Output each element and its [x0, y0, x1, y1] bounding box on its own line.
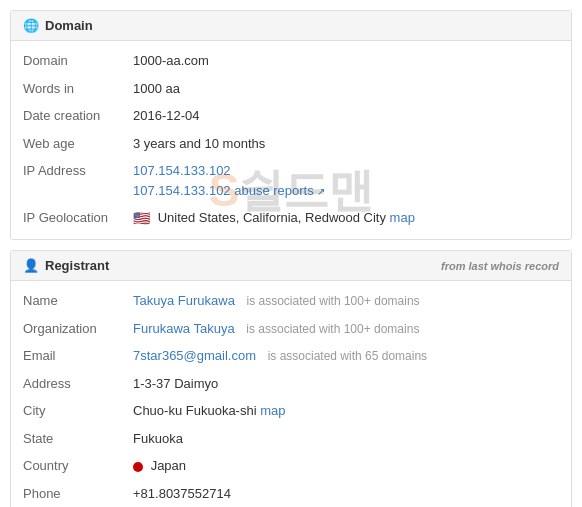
ip-link-2[interactable]: 107.154.133.102: [133, 183, 231, 198]
abuse-link[interactable]: abuse reports: [234, 183, 314, 198]
registrant-note: from last whois record: [441, 260, 559, 272]
age-label: Web age: [23, 134, 133, 154]
address-value: 1-3-37 Daimyo: [133, 374, 218, 394]
state-row: State Fukuoka: [11, 425, 571, 453]
us-flag-icon: 🇺🇸: [133, 210, 150, 226]
registrant-section: 👤 Registrant from last whois record Name…: [10, 250, 572, 507]
registrant-header-left: 👤 Registrant: [23, 258, 109, 273]
geo-label: IP Geolocation: [23, 208, 133, 229]
city-map-link[interactable]: map: [260, 403, 285, 418]
org-associated: is associated with 100+ domains: [246, 322, 419, 336]
ip-link-1[interactable]: 107.154.133.102: [133, 163, 231, 178]
country-text: Japan: [151, 458, 186, 473]
external-icon: ↗: [317, 186, 325, 197]
city-label: City: [23, 401, 133, 421]
registrant-body: Name Takuya Furukawa is associated with …: [11, 281, 571, 507]
email-label: Email: [23, 346, 133, 366]
words-row: Words in 1000 aa: [11, 75, 571, 103]
state-value: Fukuoka: [133, 429, 183, 449]
address-label: Address: [23, 374, 133, 394]
ip-label: IP Address: [23, 161, 133, 200]
domain-body: Domain 1000-aa.com Words in 1000 aa Date…: [11, 41, 571, 239]
phone-row: Phone +81.8037552714: [11, 480, 571, 507]
geo-location: United States, California, Redwood City: [158, 210, 386, 225]
country-value: Japan: [133, 456, 186, 476]
domain-header: 🌐 Domain: [11, 11, 571, 41]
email-row: Email 7star365@gmail.com is associated w…: [11, 342, 571, 370]
domain-row: Domain 1000-aa.com: [11, 47, 571, 75]
org-link[interactable]: Furukawa Takuya: [133, 321, 235, 336]
phone-label: Phone: [23, 484, 133, 504]
name-row: Name Takuya Furukawa is associated with …: [11, 287, 571, 315]
org-value: Furukawa Takuya is associated with 100+ …: [133, 319, 419, 339]
city-row: City Chuo-ku Fukuoka-shi map: [11, 397, 571, 425]
email-value: 7star365@gmail.com is associated with 65…: [133, 346, 427, 366]
country-label: Country: [23, 456, 133, 476]
email-associated: is associated with 65 domains: [268, 349, 427, 363]
name-label: Name: [23, 291, 133, 311]
address-row: Address 1-3-37 Daimyo: [11, 370, 571, 398]
state-label: State: [23, 429, 133, 449]
registrant-header-label: Registrant: [45, 258, 109, 273]
age-value: 3 years and 10 months: [133, 134, 265, 154]
country-row: Country Japan: [11, 452, 571, 480]
person-icon: 👤: [23, 258, 39, 273]
age-row: Web age 3 years and 10 months: [11, 130, 571, 158]
domain-section: 🌐 Domain Domain 1000-aa.com Words in 100…: [10, 10, 572, 240]
city-text: Chuo-ku Fukuoka-shi: [133, 403, 257, 418]
org-row: Organization Furukawa Takuya is associat…: [11, 315, 571, 343]
globe-icon: 🌐: [23, 18, 39, 33]
page-container: 🌐 Domain Domain 1000-aa.com Words in 100…: [0, 10, 582, 507]
domain-label: Domain: [23, 51, 133, 71]
date-row: Date creation 2016-12-04: [11, 102, 571, 130]
city-value: Chuo-ku Fukuoka-shi map: [133, 401, 285, 421]
org-label: Organization: [23, 319, 133, 339]
email-link[interactable]: 7star365@gmail.com: [133, 348, 256, 363]
geo-map-link[interactable]: map: [390, 210, 415, 225]
date-label: Date creation: [23, 106, 133, 126]
geo-row: IP Geolocation 🇺🇸 United States, Califor…: [11, 204, 571, 233]
date-value: 2016-12-04: [133, 106, 200, 126]
ip-row: IP Address 107.154.133.102 107.154.133.1…: [11, 157, 571, 204]
phone-value: +81.8037552714: [133, 484, 231, 504]
registrant-header: 👤 Registrant from last whois record: [11, 251, 571, 281]
name-link[interactable]: Takuya Furukawa: [133, 293, 235, 308]
domain-value: 1000-aa.com: [133, 51, 209, 71]
japan-flag-dot: [133, 462, 143, 472]
domain-header-label: Domain: [45, 18, 93, 33]
geo-value: 🇺🇸 United States, California, Redwood Ci…: [133, 208, 415, 229]
words-label: Words in: [23, 79, 133, 99]
words-value: 1000 aa: [133, 79, 180, 99]
name-value: Takuya Furukawa is associated with 100+ …: [133, 291, 420, 311]
name-associated: is associated with 100+ domains: [247, 294, 420, 308]
ip-value: 107.154.133.102 107.154.133.102 abuse re…: [133, 161, 325, 200]
